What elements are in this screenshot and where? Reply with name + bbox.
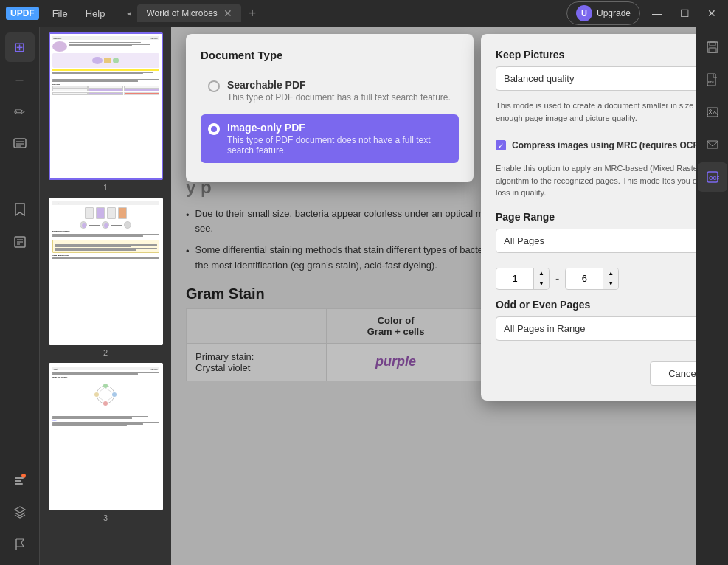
range-end-up[interactable]: ▲ — [603, 268, 618, 279]
svg-rect-9 — [15, 477, 24, 479]
checkmark-icon: ✓ — [498, 142, 504, 150]
close-window-button[interactable]: ✕ — [701, 4, 722, 22]
page-range-dropdown[interactable]: All Pages Custom Range — [496, 229, 696, 253]
range-end-wrapper: ▲ ▼ — [565, 268, 619, 290]
svg-line-18 — [105, 388, 112, 392]
sidebar-bottom — [5, 465, 35, 559]
help-menu[interactable]: Help — [78, 5, 113, 22]
upgrade-button[interactable]: U Upgrade — [566, 1, 640, 25]
keep-pictures-dropdown[interactable]: Balanced quality High quality Low qualit… — [496, 66, 696, 91]
range-inputs: ▲ ▼ - ▲ ▼ — [496, 268, 696, 290]
range-end-down[interactable]: ▼ — [603, 279, 618, 289]
sidebar-highlight-icon[interactable]: ✏ — [5, 97, 35, 127]
image-only-pdf-radio[interactable] — [208, 123, 220, 135]
right-save-icon[interactable] — [698, 32, 727, 62]
right-ocr-icon[interactable]: OCR — [698, 162, 727, 192]
svg-rect-24 — [709, 48, 716, 52]
range-start-input[interactable] — [496, 268, 533, 288]
file-menu[interactable]: File — [45, 5, 75, 22]
compress-label: Compress images using MRC (requires OCR) — [512, 140, 696, 150]
searchable-pdf-option[interactable]: Searchable PDF This type of PDF document… — [201, 72, 459, 110]
document-tab[interactable]: World of Microbes ✕ — [137, 4, 240, 22]
settings-panel: Keep Pictures Balanced quality High qual… — [481, 34, 696, 401]
sidebar-flag-icon[interactable] — [5, 530, 35, 559]
titlebar-right: U Upgrade — ☐ ✕ — [566, 1, 722, 25]
titlebar: UPDF File Help ◂ World of Microbes ✕ + U… — [0, 0, 728, 27]
odd-even-title: Odd or Even Pages — [496, 299, 696, 311]
sidebar-comment-icon[interactable] — [5, 130, 35, 159]
svg-line-19 — [107, 397, 112, 401]
tab-area: ◂ World of Microbes ✕ + — [124, 4, 561, 22]
thumbnail-page-1[interactable]: Endospores SECTION — [46, 32, 165, 192]
range-start-up[interactable]: ▲ — [534, 268, 549, 279]
left-sidebar: ⊞ — ✏ — — [0, 27, 40, 565]
image-only-pdf-option[interactable]: Image-only PDF This type of PDF document… — [201, 114, 459, 163]
keep-pictures-title: Keep Pictures — [496, 49, 696, 60]
thumbnail-image-3[interactable]: Yeast SECTION Yeast Life History — [49, 363, 163, 510]
image-only-pdf-text: Image-only PDF This type of PDF document… — [227, 122, 451, 156]
range-end-spinners: ▲ ▼ — [603, 268, 618, 289]
compress-section: ✓ Compress images using MRC (requires OC… — [496, 134, 696, 199]
svg-rect-11 — [15, 483, 23, 485]
svg-point-14 — [103, 384, 108, 388]
page-number-1: 1 — [103, 183, 108, 192]
svg-rect-10 — [15, 480, 21, 482]
svg-point-17 — [94, 392, 99, 397]
thumbnail-panel[interactable]: Endospores SECTION — [40, 27, 171, 565]
sidebar-minus2-icon: — — [5, 162, 35, 192]
page-range-title: Page Range — [496, 211, 696, 223]
sidebar-star-icon[interactable] — [5, 465, 35, 494]
sidebar-bookmark-icon[interactable] — [5, 195, 35, 224]
tab-arrow-icon[interactable]: ◂ — [124, 5, 134, 21]
range-separator: - — [555, 272, 559, 285]
document-type-panel: Document Type Searchable PDF This type o… — [186, 34, 474, 182]
sidebar-pages-icon[interactable]: ⊞ — [5, 32, 35, 62]
thumbnail-image-1[interactable]: Endospores SECTION — [49, 32, 163, 180]
cancel-button[interactable]: Cancel — [650, 361, 696, 386]
svg-rect-29 — [707, 141, 718, 148]
thumbnail-image-2[interactable]: Gram Staining Procedure SECTION — [49, 198, 163, 345]
odd-even-dropdown[interactable]: All Pages in Range Odd Pages Even Pages — [496, 316, 696, 341]
sidebar-minus1-icon: — — [5, 65, 35, 94]
content-area: Chapter End Endos that are in the harsh … — [171, 27, 696, 565]
svg-point-28 — [709, 110, 711, 112]
right-email-icon[interactable] — [698, 130, 727, 159]
right-pdf-icon[interactable]: PDF — [698, 65, 727, 94]
sidebar-layers-icon[interactable] — [5, 497, 35, 527]
app-logo[interactable]: UPDF — [6, 7, 39, 20]
minimize-button[interactable]: — — [646, 4, 668, 22]
searchable-pdf-text: Searchable PDF This type of PDF document… — [227, 79, 451, 103]
dialog-overlay: Document Type Searchable PDF This type o… — [171, 27, 696, 565]
tab-title: World of Microbes — [146, 8, 217, 18]
main-layout: ⊞ — ✏ — — [0, 27, 728, 565]
svg-rect-27 — [707, 108, 718, 117]
svg-line-20 — [99, 397, 104, 401]
right-sidebar: PDF OCR — [696, 27, 728, 565]
thumbnail-page-2[interactable]: Gram Staining Procedure SECTION — [46, 198, 165, 357]
page-number-2: 2 — [103, 348, 108, 357]
sidebar-edit-icon[interactable] — [5, 227, 35, 257]
compress-checkbox[interactable]: ✓ — [496, 140, 506, 150]
range-end-input[interactable] — [566, 268, 603, 288]
searchable-pdf-radio[interactable] — [208, 80, 220, 92]
menu-bar: File Help — [45, 5, 113, 22]
svg-text:PDF: PDF — [708, 80, 715, 84]
compress-checkbox-row[interactable]: ✓ Compress images using MRC (requires OC… — [496, 134, 696, 156]
svg-point-13 — [97, 386, 114, 403]
close-tab-icon[interactable]: ✕ — [223, 7, 232, 19]
thumbnail-page-3[interactable]: Yeast SECTION Yeast Life History — [46, 363, 165, 522]
svg-line-21 — [99, 388, 104, 392]
right-image-icon[interactable] — [698, 97, 727, 127]
svg-point-15 — [112, 392, 117, 397]
range-start-spinners: ▲ ▼ — [533, 268, 549, 289]
range-start-wrapper: ▲ ▼ — [496, 268, 550, 290]
odd-even-section: Odd or Even Pages All Pages in Range Odd… — [496, 299, 696, 350]
range-start-down[interactable]: ▼ — [534, 279, 549, 289]
keep-pictures-info: This mode is used to create a document s… — [496, 100, 696, 124]
svg-point-16 — [103, 401, 108, 406]
add-tab-icon[interactable]: + — [244, 6, 261, 21]
svg-text:OCR: OCR — [709, 176, 719, 181]
doc-type-title: Document Type — [201, 49, 459, 61]
maximize-button[interactable]: ☐ — [674, 4, 696, 22]
avatar: U — [576, 5, 592, 21]
